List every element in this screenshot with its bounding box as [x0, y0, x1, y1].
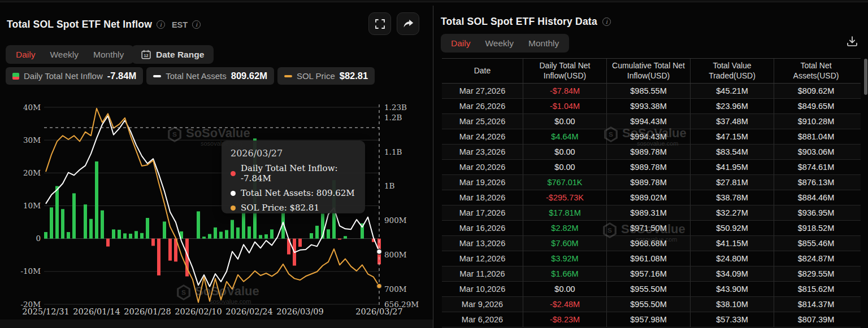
x-axis-tick: 2026/02/24 [225, 307, 273, 316]
download-button[interactable] [847, 36, 858, 49]
info-icon[interactable]: i [157, 20, 165, 29]
table-row[interactable]: Mar 27,2026-$7.84M$985.55M$45.21M$809.62… [442, 84, 861, 99]
tab-weekly[interactable]: Weekly [42, 45, 86, 64]
table-cell: $37.48M [691, 114, 774, 129]
table-row[interactable]: Mar 13,2026$7.60M$968.68M$41.15M$855.46M [442, 236, 861, 251]
table-cell: $849.65M [774, 99, 858, 113]
inflow-bar [264, 234, 268, 239]
history-table: DateDaily Total Net Inflow(USD)Cumulativ… [442, 58, 861, 327]
table-cell: $7.60M [523, 236, 607, 251]
table-cell: $0.00 [523, 145, 607, 159]
share-icon [403, 19, 414, 29]
orange-line-swatch-icon [284, 75, 292, 77]
legend-sol-price[interactable]: SOL Price $82.81 [277, 67, 375, 85]
fullscreen-button[interactable] [368, 12, 391, 35]
table-scrollbar[interactable] [864, 59, 867, 95]
panel-divider [433, 6, 433, 328]
info-icon[interactable]: i [602, 18, 611, 26]
table-cell: $989.31M [607, 205, 691, 220]
tab-monthly[interactable]: Monthly [521, 34, 566, 53]
table-row[interactable]: Mar 26,2026-$1.04M$993.38M$23.96M$849.65… [442, 99, 861, 114]
column-header: Date [442, 59, 523, 83]
left-axis-tick: 0 [36, 234, 41, 243]
table-cell: $45.21M [691, 84, 774, 98]
table-row[interactable]: Mar 23,2026$0.00$989.78M$83.54M$903.06M [442, 145, 861, 160]
table-cell: $27.81M [691, 175, 774, 190]
inflow-bar [140, 233, 144, 239]
inflow-bar [327, 229, 330, 238]
inflow-bar [84, 204, 87, 238]
inflow-bar [55, 186, 59, 239]
table-row[interactable]: Mar 16,2026$2.82M$971.50M$50.92M$918.52M [442, 221, 861, 236]
inflow-bar [202, 237, 206, 238]
table-cell: $971.50M [607, 221, 691, 235]
inflow-bar [67, 232, 70, 239]
table-row[interactable]: Mar 12,2026$3.92M$961.08M$24.80M$824.87M [442, 251, 861, 266]
tooltip-series-dot-icon [231, 171, 236, 176]
inflow-bar [231, 220, 234, 239]
right-axis-tick: 1.2B [384, 113, 402, 122]
table-row[interactable]: Mar 24,2026$4.64M$994.43M$47.15M$881.04M [442, 129, 861, 145]
inflow-bar [163, 221, 166, 238]
tooltip-row: Total Net Assets: 809.62M [231, 188, 356, 198]
table-row[interactable]: Mar 6,2026-$8.23M$957.98M$57.33M$807.39M [442, 312, 861, 327]
inflow-bar [259, 235, 262, 238]
tooltip-series-value: SOL Price: $82.81 [241, 203, 319, 213]
legend-value: $82.81 [340, 71, 368, 81]
inflow-bar [214, 228, 217, 239]
x-axis-tick: 2026/01/14 [73, 307, 120, 316]
tooltip-series-dot-icon [231, 205, 236, 211]
table-cell: Mar 18,2026 [442, 190, 523, 205]
legend-label: SOL Price [297, 71, 335, 81]
inflow-bar [112, 229, 115, 238]
inflow-bar [315, 226, 319, 239]
x-axis-tick: 2026/02/10 [175, 307, 222, 316]
table-row[interactable]: Mar 20,2026$0.00$989.78M$41.95M$874.61M [442, 160, 861, 175]
inflow-bar [146, 218, 149, 239]
inflow-bar [344, 236, 347, 238]
tab-daily[interactable]: Daily [8, 45, 42, 64]
table-cell: $41.95M [691, 160, 774, 174]
table-cell: $2.82M [523, 221, 607, 235]
table-cell: $829.55M [774, 266, 858, 281]
date-range-button[interactable]: 12 Date Range [132, 45, 214, 64]
table-cell: $807.39M [774, 312, 858, 327]
right-axis-tick: 1B [384, 181, 395, 190]
table-row[interactable]: Mar 10,2026$0.00$955.50M$43.90M$815.62M [442, 282, 861, 297]
assets-hover-marker [377, 249, 382, 254]
share-button[interactable] [397, 12, 419, 35]
table-cell: $994.43M [607, 129, 691, 144]
table-cell: -$1.04M [523, 99, 607, 113]
tooltip-date: 2026/03/27 [231, 148, 356, 159]
table-cell: Mar 19,2026 [442, 175, 523, 190]
table-cell: $0.00 [523, 282, 607, 296]
table-cell: $957.98M [607, 312, 691, 327]
info-icon[interactable]: i [192, 20, 201, 29]
tab-weekly[interactable]: Weekly [478, 34, 521, 53]
tooltip-row: SOL Price: $82.81 [231, 203, 356, 213]
inflow-bar [44, 232, 47, 239]
legend-daily-net-inflow[interactable]: Daily Total Net Inflow -7.84M [6, 67, 143, 85]
tab-monthly[interactable]: Monthly [86, 45, 131, 64]
chart-bottom-scroll-strip[interactable] [0, 320, 433, 328]
price-hover-marker [377, 283, 382, 288]
tab-daily[interactable]: Daily [444, 34, 478, 53]
table-row[interactable]: Mar 19,2026$767.01K$989.78M$27.81M$876.1… [442, 175, 861, 190]
table-row[interactable]: Mar 18,2026-$295.73K$989.02M$38.78M$884.… [442, 190, 861, 205]
download-icon [847, 36, 858, 47]
table-row[interactable]: Mar 11,2026$1.66M$957.16M$34.09M$829.55M [442, 266, 861, 282]
table-row[interactable]: Mar 25,2026$0.00$994.43M$37.48M$910.28M [442, 114, 861, 129]
table-cell: $38.10M [691, 297, 774, 312]
left-axis-tick: 30M [23, 135, 41, 145]
legend-value: -7.84M [107, 71, 136, 81]
legend-total-net-assets[interactable]: Total Net Assets 809.62M [146, 67, 274, 85]
svg-text:12: 12 [144, 54, 149, 58]
table-cell: $910.28M [774, 114, 858, 129]
legend-label: Total Net Assets [166, 71, 227, 81]
table-cell: Mar 26,2026 [442, 99, 523, 113]
left-axis-tick: 40M [23, 103, 41, 112]
inflow-bar [168, 239, 172, 261]
table-row[interactable]: Mar 17,2026$17.81M$989.31M$32.27M$936.95… [442, 205, 861, 221]
table-cell: Mar 6,2026 [442, 312, 523, 327]
table-row[interactable]: Mar 9,2026-$2.48M$955.50M$38.10M$814.37M [442, 297, 861, 312]
